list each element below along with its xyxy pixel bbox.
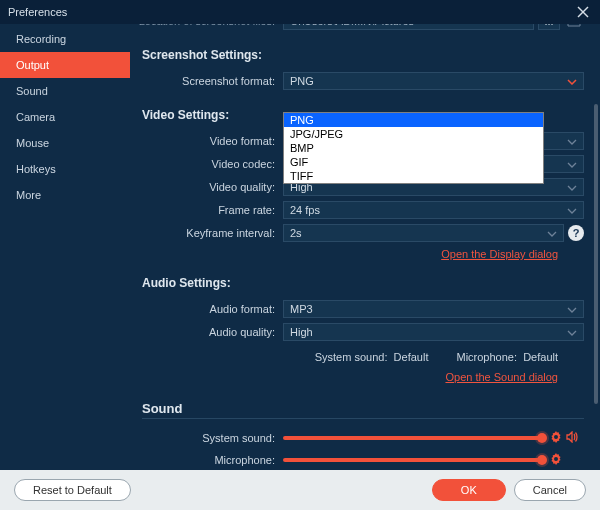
slider-knob[interactable] bbox=[537, 455, 547, 465]
system-sound-default-label: System sound: bbox=[315, 351, 388, 363]
dropdown-option-tiff[interactable]: TIFF bbox=[284, 169, 543, 183]
keyframe-interval-label: Keyframe interval: bbox=[138, 227, 283, 239]
speaker-icon[interactable] bbox=[566, 431, 578, 445]
audio-quality-select[interactable]: High bbox=[283, 323, 584, 341]
screenshot-format-select[interactable]: PNG bbox=[283, 72, 584, 90]
screenshot-location-path[interactable]: C:\Users\ADMIN\Pictures bbox=[283, 24, 534, 30]
close-icon[interactable] bbox=[574, 3, 592, 21]
main-panel: Location of screenshot files: C:\Users\A… bbox=[130, 24, 600, 470]
microphone-slider-label: Microphone: bbox=[138, 454, 283, 466]
select-value: High bbox=[290, 326, 313, 338]
select-value: 24 fps bbox=[290, 204, 320, 216]
sidebar-item-hotkeys[interactable]: Hotkeys bbox=[0, 156, 130, 182]
frame-rate-select[interactable]: 24 fps bbox=[283, 201, 584, 219]
section-audio-settings: Audio Settings: bbox=[142, 276, 584, 290]
sidebar-item-sound[interactable]: Sound bbox=[0, 78, 130, 104]
sidebar-item-more[interactable]: More bbox=[0, 182, 130, 208]
sidebar-item-label: Sound bbox=[16, 85, 48, 97]
open-folder-icon[interactable] bbox=[564, 24, 584, 30]
browse-button[interactable]: ... bbox=[538, 24, 560, 30]
select-value: MP3 bbox=[290, 303, 313, 315]
footer: Reset to Default OK Cancel bbox=[0, 470, 600, 510]
screenshot-format-dropdown[interactable]: PNG JPG/JPEG BMP GIF TIFF bbox=[283, 112, 544, 184]
microphone-slider[interactable] bbox=[283, 458, 542, 462]
screenshot-location-label: Location of screenshot files: bbox=[138, 24, 283, 27]
dropdown-option-jpg[interactable]: JPG/JPEG bbox=[284, 127, 543, 141]
microphone-default-value: Default bbox=[523, 351, 558, 363]
gear-icon[interactable] bbox=[550, 431, 562, 445]
cancel-button[interactable]: Cancel bbox=[514, 479, 586, 501]
gear-icon[interactable] bbox=[550, 453, 562, 467]
dropdown-option-png[interactable]: PNG bbox=[284, 113, 543, 127]
system-sound-default-value: Default bbox=[394, 351, 429, 363]
system-sound-slider-label: System sound: bbox=[138, 432, 283, 444]
microphone-default-label: Microphone: bbox=[456, 351, 517, 363]
sidebar-item-recording[interactable]: Recording bbox=[0, 26, 130, 52]
open-sound-dialog-link[interactable]: Open the Sound dialog bbox=[445, 371, 558, 383]
chevron-down-icon bbox=[567, 135, 577, 147]
video-codec-label: Video codec: bbox=[138, 158, 283, 170]
section-sound: Sound bbox=[142, 401, 584, 419]
chevron-down-icon bbox=[567, 158, 577, 170]
sidebar-item-label: More bbox=[16, 189, 41, 201]
screenshot-location-row: Location of screenshot files: C:\Users\A… bbox=[138, 24, 584, 32]
select-value: PNG bbox=[290, 75, 314, 87]
sidebar: Recording Output Sound Camera Mouse Hotk… bbox=[0, 24, 130, 470]
chevron-down-icon bbox=[567, 326, 577, 338]
scrollbar[interactable] bbox=[594, 104, 598, 404]
video-format-label: Video format: bbox=[138, 135, 283, 147]
device-defaults: System sound: Default Microphone: Defaul… bbox=[138, 351, 584, 363]
video-quality-label: Video quality: bbox=[138, 181, 283, 193]
chevron-down-icon bbox=[567, 181, 577, 193]
dropdown-option-bmp[interactable]: BMP bbox=[284, 141, 543, 155]
help-icon[interactable]: ? bbox=[568, 225, 584, 241]
frame-rate-label: Frame rate: bbox=[138, 204, 283, 216]
open-display-dialog-link[interactable]: Open the Display dialog bbox=[441, 248, 558, 260]
sidebar-item-label: Recording bbox=[16, 33, 66, 45]
reset-button[interactable]: Reset to Default bbox=[14, 479, 131, 501]
select-value: 2s bbox=[290, 227, 302, 239]
ok-button[interactable]: OK bbox=[432, 479, 506, 501]
audio-format-select[interactable]: MP3 bbox=[283, 300, 584, 318]
audio-format-label: Audio format: bbox=[138, 303, 283, 315]
sidebar-item-label: Hotkeys bbox=[16, 163, 56, 175]
sidebar-item-camera[interactable]: Camera bbox=[0, 104, 130, 130]
keyframe-interval-select[interactable]: 2s bbox=[283, 224, 564, 242]
chevron-down-icon bbox=[547, 227, 557, 239]
title-bar: Preferences bbox=[0, 0, 600, 24]
chevron-down-icon bbox=[567, 75, 577, 87]
chevron-down-icon bbox=[567, 303, 577, 315]
slider-knob[interactable] bbox=[537, 433, 547, 443]
section-screenshot-settings: Screenshot Settings: bbox=[142, 48, 584, 62]
sidebar-item-label: Output bbox=[16, 59, 49, 71]
dropdown-option-gif[interactable]: GIF bbox=[284, 155, 543, 169]
window-title: Preferences bbox=[8, 6, 67, 18]
sidebar-item-output[interactable]: Output bbox=[0, 52, 130, 78]
sidebar-item-label: Mouse bbox=[16, 137, 49, 149]
sidebar-item-label: Camera bbox=[16, 111, 55, 123]
sidebar-item-mouse[interactable]: Mouse bbox=[0, 130, 130, 156]
screenshot-format-label: Screenshot format: bbox=[138, 75, 283, 87]
audio-quality-label: Audio quality: bbox=[138, 326, 283, 338]
system-sound-slider[interactable] bbox=[283, 436, 542, 440]
chevron-down-icon bbox=[567, 204, 577, 216]
